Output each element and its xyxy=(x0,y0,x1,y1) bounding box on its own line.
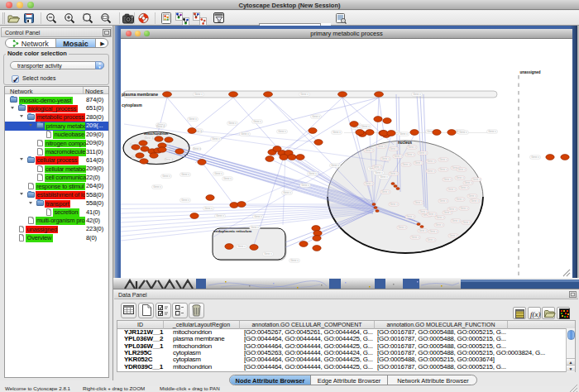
svg-text:cytoplasm: cytoplasm xyxy=(122,103,142,108)
svg-text:Gene x: Gene x xyxy=(228,122,237,125)
svg-text:Gene x: Gene x xyxy=(181,173,189,176)
svg-text:Gene x: Gene x xyxy=(145,136,153,140)
svg-text:Gene x: Gene x xyxy=(361,125,370,128)
svg-text:Gene x: Gene x xyxy=(408,146,416,149)
svg-text:Gene x: Gene x xyxy=(380,175,388,179)
svg-text:Gene x: Gene x xyxy=(381,157,390,160)
svg-text:Gene x: Gene x xyxy=(373,165,381,169)
svg-text:Gene x: Gene x xyxy=(333,131,341,134)
svg-text:Gene x: Gene x xyxy=(439,158,447,161)
svg-text:Gene x: Gene x xyxy=(312,115,320,118)
svg-text:Gene x: Gene x xyxy=(156,125,165,128)
svg-text:Gene x: Gene x xyxy=(301,184,309,187)
svg-text:Gene x: Gene x xyxy=(443,211,452,214)
svg-text:Gene x: Gene x xyxy=(390,147,398,151)
svg-text:Gene x: Gene x xyxy=(390,203,398,206)
svg-text:Gene x: Gene x xyxy=(452,219,460,222)
svg-text:Gene x: Gene x xyxy=(414,161,423,165)
svg-text:Gene x: Gene x xyxy=(264,252,272,256)
svg-text:Gene x: Gene x xyxy=(390,172,398,175)
svg-text:Gene x: Gene x xyxy=(331,164,339,167)
svg-text:Gene x: Gene x xyxy=(241,132,249,136)
svg-text:Gene x: Gene x xyxy=(471,199,479,203)
svg-text:Gene x: Gene x xyxy=(223,177,232,180)
svg-text:Gene x: Gene x xyxy=(216,214,224,218)
svg-text:Gene x: Gene x xyxy=(488,130,496,133)
svg-text:Gene x: Gene x xyxy=(254,215,262,218)
svg-text:Gene x: Gene x xyxy=(457,168,466,171)
svg-text:Gene x: Gene x xyxy=(414,201,423,204)
svg-text:Gene x: Gene x xyxy=(181,198,189,202)
svg-text:Gene x: Gene x xyxy=(400,132,408,136)
svg-text:Gene x: Gene x xyxy=(462,221,471,224)
svg-text:Gene x: Gene x xyxy=(189,117,197,121)
svg-text:Gene x: Gene x xyxy=(439,168,447,171)
svg-text:Gene x: Gene x xyxy=(214,172,223,175)
svg-text:Gene x: Gene x xyxy=(419,210,428,213)
svg-text:Gene x: Gene x xyxy=(427,160,435,163)
svg-text:Gene x: Gene x xyxy=(165,158,173,161)
svg-text:Gene x: Gene x xyxy=(427,238,435,241)
svg-text:Gene x: Gene x xyxy=(365,182,373,185)
svg-text:Gene x: Gene x xyxy=(468,194,476,198)
svg-text:Gene x: Gene x xyxy=(448,208,457,211)
svg-text:Gene x: Gene x xyxy=(464,181,472,184)
svg-text:Gene x: Gene x xyxy=(278,130,286,133)
svg-text:Gene x: Gene x xyxy=(193,147,201,151)
svg-text:Gene x: Gene x xyxy=(439,199,447,203)
svg-text:Gene x: Gene x xyxy=(447,188,456,191)
svg-text:Gene x: Gene x xyxy=(435,223,443,227)
svg-text:Gene x: Gene x xyxy=(406,153,414,156)
svg-text:Gene x: Gene x xyxy=(419,151,427,155)
svg-text:unassigned: unassigned xyxy=(520,70,541,74)
svg-text:Gene x: Gene x xyxy=(459,131,467,134)
svg-text:Gene x: Gene x xyxy=(402,163,410,166)
svg-text:Gene x: Gene x xyxy=(460,207,468,210)
svg-text:Gene x: Gene x xyxy=(531,155,539,159)
svg-text:Gene x: Gene x xyxy=(290,259,299,262)
svg-text:f(x): f(x) xyxy=(530,310,541,318)
svg-text:Gene x: Gene x xyxy=(427,170,435,173)
svg-text:Gene x: Gene x xyxy=(428,213,436,216)
svg-text:Gene x: Gene x xyxy=(419,229,427,232)
svg-text:Gene x: Gene x xyxy=(194,93,203,96)
svg-text:Gene x: Gene x xyxy=(460,186,468,189)
svg-text:Gene x: Gene x xyxy=(394,155,402,158)
svg-text:Gene x: Gene x xyxy=(153,185,161,189)
svg-text:mitochondrion: mitochondrion xyxy=(144,131,169,136)
svg-text:Gene x: Gene x xyxy=(300,93,309,96)
svg-text:plasma membrane: plasma membrane xyxy=(122,92,158,97)
svg-text:nucleus: nucleus xyxy=(398,141,413,145)
svg-text:Gene x: Gene x xyxy=(472,178,481,181)
svg-text:Gene x: Gene x xyxy=(413,93,421,96)
svg-text:Gene x: Gene x xyxy=(456,176,464,179)
svg-text:Gene x: Gene x xyxy=(251,226,259,229)
svg-text:Gene x: Gene x xyxy=(377,145,385,148)
svg-text:Gene x: Gene x xyxy=(365,149,373,152)
svg-text:Gene x: Gene x xyxy=(375,171,383,174)
svg-text:Gene x: Gene x xyxy=(381,190,390,194)
svg-text:Gene x: Gene x xyxy=(398,226,406,229)
svg-text:Gene x: Gene x xyxy=(237,245,246,248)
svg-text:Gene x: Gene x xyxy=(309,172,317,175)
svg-text:Gene x: Gene x xyxy=(204,207,213,210)
svg-text:Gene x: Gene x xyxy=(456,198,464,201)
svg-text:endoplasmic reticulum: endoplasmic reticulum xyxy=(214,229,252,233)
svg-text:Gene x: Gene x xyxy=(406,215,414,218)
svg-text:Gene x: Gene x xyxy=(436,216,444,219)
svg-text:Gene x: Gene x xyxy=(429,230,438,233)
svg-text:Gene x: Gene x xyxy=(411,236,419,239)
svg-text:Gene x: Gene x xyxy=(283,191,291,194)
svg-text:Gene x: Gene x xyxy=(449,234,457,237)
svg-text:Gene x: Gene x xyxy=(443,178,452,181)
svg-text:Gene x: Gene x xyxy=(253,120,261,123)
svg-text:Gene x: Gene x xyxy=(212,137,220,141)
svg-text:Gene x: Gene x xyxy=(162,174,170,178)
